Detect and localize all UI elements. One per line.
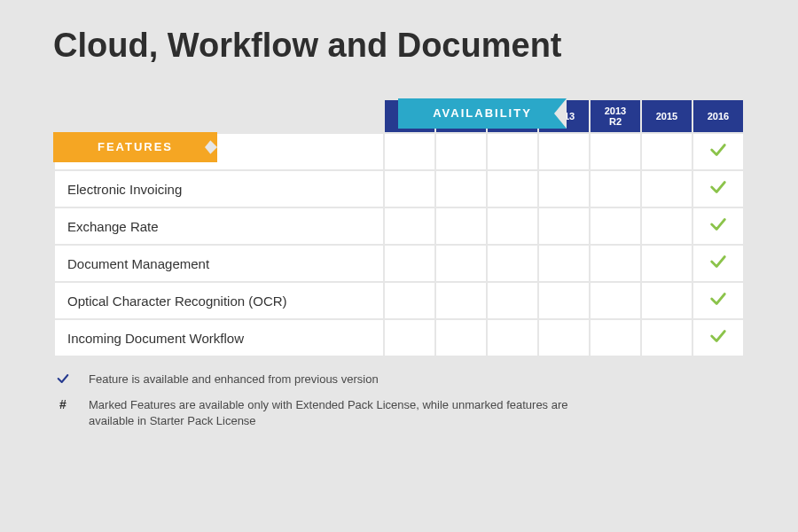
check-icon <box>708 333 728 348</box>
table-row: Document Management <box>55 246 743 281</box>
availability-cell <box>488 246 537 281</box>
availability-cell <box>488 283 537 318</box>
availability-cell <box>693 246 743 281</box>
legend: Feature is available and enhanced from p… <box>53 372 745 429</box>
legend-row-hash: # Marked Features are available only wit… <box>53 397 745 429</box>
availability-cell <box>488 320 537 356</box>
table-row: Optical Character Recognition (OCR) <box>55 283 743 318</box>
availability-cell <box>642 134 692 169</box>
availability-cell <box>385 171 434 207</box>
version-header: 2016 <box>693 100 743 132</box>
availability-ribbon: AVAILABILITY <box>398 98 567 129</box>
availability-cell <box>385 283 434 318</box>
availability-ribbon-label: AVAILABILITY <box>433 106 532 120</box>
availability-cell <box>539 208 589 244</box>
availability-cell <box>385 208 434 244</box>
legend-row-check: Feature is available and enhanced from p… <box>53 372 745 388</box>
version-header: 2013R2 <box>591 100 640 132</box>
availability-cell <box>436 283 486 318</box>
availability-cell <box>539 283 589 318</box>
features-ribbon: FEATURES <box>53 132 217 162</box>
feature-matrix: AVAILABILITY FEATURES 4.05.0200920132013… <box>53 98 745 357</box>
availability-cell <box>591 208 640 244</box>
table-row: Electronic Invoicing <box>55 171 743 207</box>
feature-name: Electronic Invoicing <box>55 171 383 207</box>
legend-text-check: Feature is available and enhanced from p… <box>89 372 379 387</box>
availability-cell <box>642 283 692 318</box>
availability-cell <box>488 208 537 244</box>
availability-cell <box>488 134 537 169</box>
availability-cell <box>693 208 743 244</box>
availability-cell <box>436 208 486 244</box>
check-icon <box>53 372 73 388</box>
availability-cell <box>539 134 589 169</box>
availability-cell <box>642 246 692 281</box>
check-icon <box>708 222 728 237</box>
availability-cell <box>591 134 640 169</box>
features-ribbon-label: FEATURES <box>98 140 173 153</box>
availability-cell <box>539 246 589 281</box>
availability-cell <box>693 320 743 356</box>
check-icon <box>708 184 728 200</box>
availability-cell <box>642 171 692 207</box>
availability-cell <box>591 246 640 281</box>
availability-cell <box>693 283 743 318</box>
availability-cell <box>642 320 692 356</box>
legend-text-hash: Marked Features are available only with … <box>89 397 585 429</box>
availability-cell <box>436 320 486 356</box>
feature-name: Incoming Document Workflow <box>55 320 383 356</box>
check-icon <box>708 147 728 162</box>
feature-name: Optical Character Recognition (OCR) <box>55 283 383 318</box>
feature-name: Document Management <box>55 246 383 281</box>
table-row: Exchange Rate <box>55 208 743 244</box>
availability-cell <box>385 320 434 356</box>
availability-cell <box>539 320 589 356</box>
feature-name: Exchange Rate <box>55 208 383 244</box>
availability-cell <box>642 208 692 244</box>
check-icon <box>708 296 728 311</box>
feature-column-header <box>55 100 383 132</box>
check-icon <box>708 259 728 274</box>
availability-cell <box>436 171 486 207</box>
availability-cell <box>591 283 640 318</box>
availability-cell <box>385 246 434 281</box>
version-header: 2015 <box>642 100 692 132</box>
availability-cell <box>436 246 486 281</box>
availability-cell <box>385 134 434 169</box>
table-row: Incoming Document Workflow <box>55 320 743 356</box>
availability-cell <box>591 171 640 207</box>
availability-cell <box>693 171 743 207</box>
availability-cell <box>591 320 640 356</box>
page-title: Cloud, Workflow and Document <box>53 27 745 65</box>
availability-cell <box>693 134 743 169</box>
availability-cell <box>436 134 486 169</box>
hash-icon: # <box>53 397 73 411</box>
availability-cell <box>488 171 537 207</box>
availability-cell <box>539 171 589 207</box>
